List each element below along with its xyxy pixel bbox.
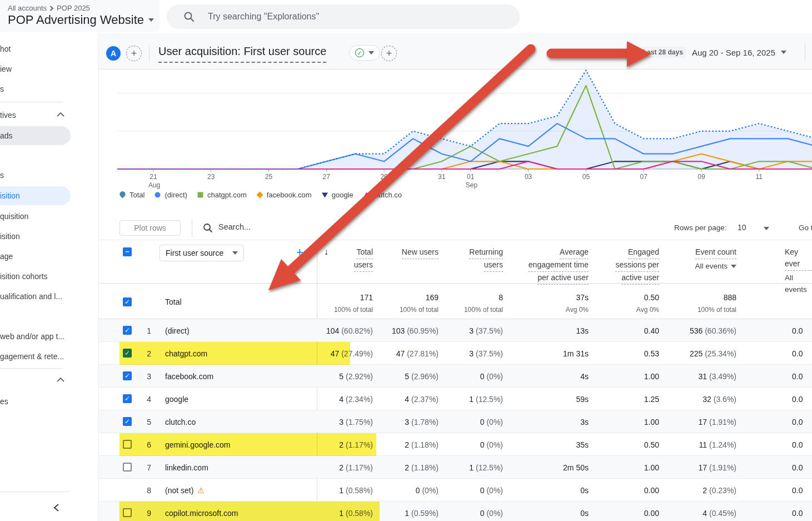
table-row[interactable]: ✓5clutch.co3 (1.75%)3 (1.78%)0 (0%)3s1.0… [99, 410, 812, 433]
chevron-up-icon[interactable] [56, 377, 65, 383]
metric-percent: (0.58%) [343, 486, 373, 495]
sidebar-item[interactable]: quisition [0, 212, 28, 221]
legend-item-total[interactable]: Total [119, 191, 145, 199]
legend-item-facebook-com[interactable]: facebook.com [256, 191, 312, 199]
sidebar-item[interactable]: es [0, 397, 8, 406]
report-status-pill[interactable]: ✓ [349, 45, 380, 61]
total-row-label: Total [165, 297, 182, 306]
total-cell: 0.50Avg 0% [636, 293, 659, 314]
sidebar-item[interactable]: age [0, 252, 13, 261]
column-header[interactable]: Engagedsessions peractive user [615, 246, 659, 285]
legend-item-google[interactable]: google [321, 191, 353, 199]
go-to-page[interactable]: Go to [799, 224, 812, 232]
table-row[interactable]: 7linkedin.com2 (1.17%)2 (1.18%)1 (12.5%)… [99, 456, 812, 479]
plot-rows-button[interactable]: Plot rows [119, 220, 181, 236]
table-row[interactable]: 6gemini.google.com2 (1.17%)2 (1.18%)0 (0… [99, 433, 812, 456]
sidebar-item[interactable]: isition [0, 232, 20, 241]
chevron-down-icon[interactable] [764, 227, 769, 230]
divider [0, 368, 63, 369]
key-events-cell: 0.0 [792, 372, 803, 381]
table-row[interactable]: ✓1(direct)104 (60.82%)103 (60.95%)3 (37.… [99, 319, 812, 342]
column-header[interactable]: Totalusers [354, 246, 373, 272]
column-header-label: sessions per [615, 259, 659, 272]
row-checkbox[interactable]: ✓ [123, 326, 132, 335]
column-header-label: Returning [469, 246, 503, 259]
dimension-dropdown[interactable]: First user source [160, 245, 244, 261]
sidebar-item[interactable]: s [0, 171, 4, 180]
sidebar-section-header[interactable]: tives [0, 111, 16, 120]
row-checkbox[interactable]: ✓ [123, 349, 132, 358]
sidebar-item[interactable]: hot [0, 44, 11, 53]
row-checkbox[interactable] [123, 440, 132, 449]
legend-item-clutch-co[interactable]: clutch.co [363, 191, 402, 199]
column-header-label: Total [356, 246, 373, 259]
sidebar-item[interactable]: iew [0, 64, 12, 73]
table-search-input[interactable]: Search... [218, 222, 251, 231]
row-checkbox[interactable]: ✓ [123, 394, 132, 403]
metric-cell: 1.00 [644, 418, 659, 426]
add-metric-button[interactable]: + [296, 245, 303, 260]
column-header[interactable]: New users [402, 246, 439, 259]
metric-percent: (1.17%) [343, 440, 373, 449]
column-header[interactable]: Returningusers [469, 246, 503, 272]
row-checkbox[interactable]: ✓ [123, 371, 132, 380]
sidebar-item[interactable]: isition cohorts [0, 272, 48, 281]
avatar[interactable]: A [106, 46, 121, 61]
search-placeholder: Try searching "Explorations" [208, 12, 319, 22]
table-row[interactable]: ✓3facebook.com5 (2.92%)5 (2.96%)0 (0%)4s… [99, 365, 812, 388]
date-range-picker[interactable]: Last 28 days Aug 20 - Sep 16, 2025 [640, 47, 786, 58]
breadcrumb-all-accounts[interactable]: All accounts [8, 4, 47, 12]
add-report-button[interactable]: + [381, 46, 397, 61]
column-header-label: Engaged [628, 246, 659, 259]
total-row-checkbox[interactable]: ✓ [123, 297, 132, 306]
top-bar: All accounts POP 2025 POP Advertising We… [0, 0, 812, 33]
table-row[interactable]: 8(not set)⚠1 (0.58%)0 (0%)0 (0%)0s0.002 … [99, 479, 812, 502]
square-marker-icon [197, 191, 204, 199]
metric-percent: (3.49%) [707, 372, 736, 381]
date-preset-badge: Last 28 days [640, 47, 686, 58]
source-label: gemini.google.com [165, 440, 231, 449]
add-comparison-button[interactable]: + [126, 46, 142, 61]
table-row[interactable]: ✓4google4 (2.34%)4 (2.37%)1 (12.5%)59s1.… [99, 388, 812, 410]
metric-percent: (0%) [485, 372, 503, 381]
sidebar-item-acquisition-active[interactable]: isition [0, 186, 71, 205]
rows-per-page-value[interactable]: 10 [738, 223, 746, 232]
sidebar-item-selected-gray[interactable]: ads [0, 126, 71, 145]
chevron-down-icon [781, 51, 786, 54]
property-switcher[interactable]: All accounts POP 2025 POP Advertising We… [0, 0, 160, 32]
breadcrumb-chevron-icon [49, 6, 54, 11]
legend-item--direct-[interactable]: (direct) [154, 191, 187, 199]
sidebar-item[interactable]: s [0, 85, 4, 93]
global-search[interactable]: Try searching "Explorations" [167, 4, 520, 29]
report-title[interactable]: User acquisition: First user source [158, 45, 326, 63]
table-controls: Plot rows Search... Rows per page: 10 Go… [99, 216, 812, 240]
metric-cell: 47 (27.81%) [396, 349, 439, 358]
row-checkbox[interactable] [123, 463, 132, 472]
metric-cell: 3 (1.78%) [405, 418, 439, 426]
sidebar-item[interactable]: gagement & rete... [0, 352, 64, 361]
chevron-up-icon[interactable] [56, 112, 65, 117]
collapse-nav-icon[interactable] [53, 503, 61, 512]
sidebar-item[interactable]: ualification and l... [0, 292, 62, 301]
metric-cell: 1.25 [644, 395, 659, 404]
column-header[interactable]: Event countAll events [695, 246, 736, 272]
sort-descending-icon[interactable]: ↓ [324, 247, 328, 257]
x-axis-tick: 05 [574, 173, 598, 181]
divider [192, 219, 192, 237]
legend-item-chatgpt-com[interactable]: chatgpt.com [197, 191, 247, 199]
column-subfilter[interactable]: All events [695, 260, 736, 272]
column-header[interactable]: Averageengagement timeper active user [529, 246, 589, 285]
breadcrumb-account[interactable]: POP 2025 [57, 4, 90, 12]
metric-percent: (0%) [485, 440, 503, 449]
sidebar-item[interactable]: web and/or app t... [0, 332, 64, 341]
metric-cell: 0.53 [644, 349, 659, 358]
table-row[interactable]: 9copilot.microsoft.com1 (0.58%)1 (0.59%)… [99, 502, 812, 521]
select-all-checkbox[interactable]: – [123, 247, 132, 256]
divider [0, 102, 63, 102]
row-checkbox[interactable]: ✓ [123, 417, 132, 426]
row-checkbox[interactable] [123, 508, 132, 517]
metric-percent: (0.23%) [707, 486, 736, 495]
property-name[interactable]: POP Advertising Website [8, 13, 160, 27]
row-number: 5 [147, 418, 151, 426]
table-row[interactable]: ✓2chatgpt.com47 (27.49%)47 (27.81%)3 (37… [99, 342, 812, 365]
